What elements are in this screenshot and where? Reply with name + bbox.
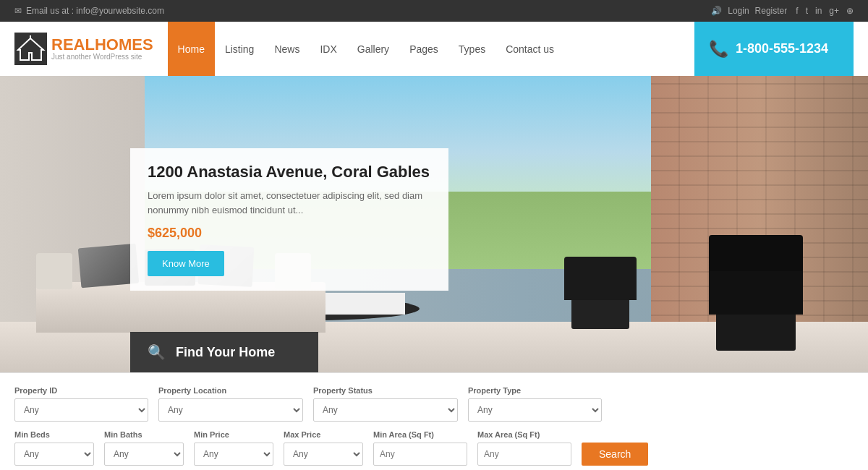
filter-property-location: Property Location Any: [158, 386, 303, 422]
logo-tagline: Just another WordPress site: [51, 53, 153, 61]
search-filters: Property ID Any Property Location Any Pr…: [0, 372, 868, 470]
filter-property-location-select[interactable]: Any: [158, 398, 303, 422]
filter-max-price-label: Max Price: [284, 430, 363, 439]
linkedin-icon[interactable]: in: [815, 6, 822, 16]
login-link[interactable]: Login: [728, 6, 749, 16]
filter-property-status-select[interactable]: Any: [313, 398, 458, 422]
filter-min-area-label: Min Area (Sq Ft): [373, 430, 467, 439]
logo[interactable]: REALHOMES Just another WordPress site: [14, 33, 153, 65]
filter-property-id: Property ID Any: [14, 386, 148, 422]
filter-min-beds-label: Min Beds: [14, 430, 94, 439]
register-link[interactable]: Register: [755, 6, 788, 16]
property-address: 1200 Anastasia Avenue, Coral Gables: [148, 163, 431, 181]
property-info-box: 1200 Anastasia Avenue, Coral Gables Lore…: [130, 148, 448, 291]
filter-property-id-label: Property ID: [14, 386, 148, 395]
search-bar: 🔍 Find Your Home: [130, 332, 318, 372]
filter-min-baths-label: Min Baths: [104, 430, 184, 439]
filter-max-price: Max Price Any: [284, 430, 363, 466]
nav-listing[interactable]: Listing: [215, 22, 264, 76]
phone-bar: 📞 1-800-555-1234: [694, 22, 854, 76]
property-price: $625,000: [148, 226, 431, 241]
hero-chair-2: [709, 235, 803, 351]
googleplus-icon[interactable]: g+: [829, 6, 839, 16]
filter-property-type-select[interactable]: Any: [468, 398, 602, 422]
filter-max-price-select[interactable]: Any: [284, 443, 363, 466]
filter-property-status-label: Property Status: [313, 386, 458, 395]
phone-icon: 📞: [709, 40, 728, 59]
logo-text: REALHOMES Just another WordPress site: [51, 37, 153, 61]
filter-min-price: Min Price Any: [194, 430, 273, 466]
nav-contact[interactable]: Contact us: [495, 22, 564, 76]
search-label: Find Your Home: [176, 345, 275, 360]
rss-icon[interactable]: ⊕: [846, 6, 854, 16]
filter-max-area-label: Max Area (Sq Ft): [477, 430, 571, 439]
filter-row-1: Property ID Any Property Location Any Pr…: [14, 386, 854, 422]
logo-real: REAL: [51, 35, 95, 54]
filter-property-location-label: Property Location: [158, 386, 303, 395]
facebook-icon[interactable]: f: [796, 6, 798, 16]
social-icons: f t in g+ ⊕: [796, 6, 854, 16]
filter-row-2: Min Beds Any Min Baths Any Min Price Any…: [14, 430, 854, 466]
filter-min-price-label: Min Price: [194, 430, 273, 439]
login-icon: 🔊: [711, 6, 722, 16]
main-nav: Home Listing News IDX Gallery Pages Type…: [168, 22, 694, 76]
header: REALHOMES Just another WordPress site Ho…: [0, 22, 868, 76]
search-button[interactable]: Search: [582, 443, 648, 466]
property-description: Lorem ipsum dolor sit amet, consectetuer…: [148, 189, 431, 217]
email-text: Email us at : info@yourwebsite.com: [26, 6, 164, 16]
logo-homes: HOMES: [95, 35, 153, 54]
twitter-icon[interactable]: t: [806, 6, 808, 16]
email-icon: ✉: [14, 6, 22, 16]
filter-property-id-select[interactable]: Any: [14, 398, 148, 422]
nav-news[interactable]: News: [264, 22, 310, 76]
nav-home[interactable]: Home: [168, 22, 215, 76]
search-icon: 🔍: [148, 343, 166, 361]
top-bar-right: 🔊 Login Register f t in g+ ⊕: [711, 6, 854, 16]
hero-section: 1200 Anastasia Avenue, Coral Gables Lore…: [0, 76, 868, 372]
nav-idx[interactable]: IDX: [310, 22, 346, 76]
phone-number: 1-800-555-1234: [736, 41, 828, 56]
login-register: 🔊 Login Register: [711, 6, 787, 16]
know-more-button[interactable]: Know More: [148, 251, 224, 276]
filter-max-area: Max Area (Sq Ft): [477, 430, 571, 466]
top-bar-left: ✉ Email us at : info@yourwebsite.com: [14, 6, 164, 16]
filter-min-area: Min Area (Sq Ft): [373, 430, 467, 466]
filter-min-baths-select[interactable]: Any: [104, 443, 184, 466]
filter-min-beds-select[interactable]: Any: [14, 443, 94, 466]
filter-min-price-select[interactable]: Any: [194, 443, 273, 466]
filter-property-type: Property Type Any: [468, 386, 602, 422]
logo-icon: [14, 33, 47, 65]
nav-types[interactable]: Types: [448, 22, 495, 76]
filter-max-area-input[interactable]: [477, 443, 571, 466]
logo-name: REALHOMES: [51, 37, 153, 53]
hero-chair: [564, 242, 637, 329]
filter-min-beds: Min Beds Any: [14, 430, 94, 466]
nav-pages[interactable]: Pages: [399, 22, 448, 76]
filter-property-type-label: Property Type: [468, 386, 602, 395]
filter-min-area-input[interactable]: [373, 443, 467, 466]
top-bar: ✉ Email us at : info@yourwebsite.com 🔊 L…: [0, 0, 868, 22]
filter-min-baths: Min Baths Any: [104, 430, 184, 466]
nav-gallery[interactable]: Gallery: [347, 22, 399, 76]
filter-property-status: Property Status Any: [313, 386, 458, 422]
